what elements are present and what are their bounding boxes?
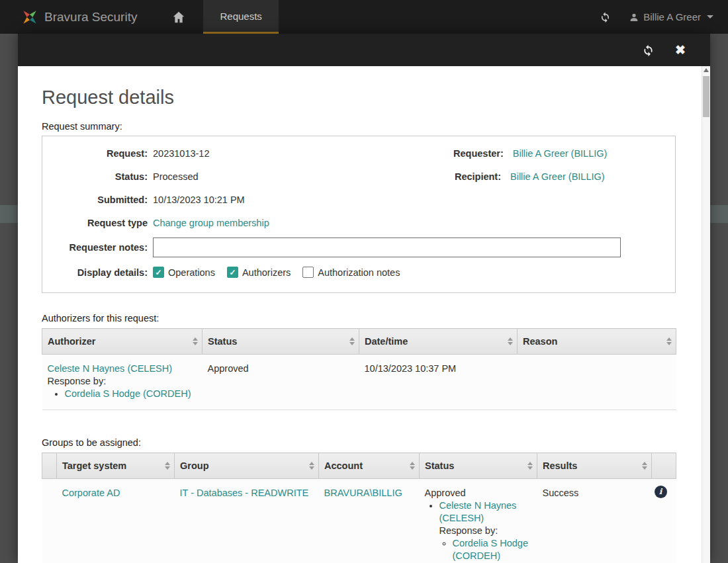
- group-row: Corporate AD IT - Databases - READWRITE …: [42, 479, 676, 563]
- col-header-label: Group: [180, 460, 209, 471]
- col-header-label: Reason: [523, 336, 557, 347]
- scrollbar-up-icon: [704, 68, 709, 72]
- recipient-label: Recipient:: [453, 171, 501, 182]
- col-header-results[interactable]: Results: [537, 453, 652, 479]
- target-system-link[interactable]: Corporate AD: [62, 488, 120, 498]
- home-icon: [171, 10, 186, 24]
- scrollbar-thumb[interactable]: [703, 76, 709, 117]
- brand: Bravura Security: [0, 0, 137, 34]
- sort-icon: [165, 462, 170, 470]
- response-by-label: Response by:: [48, 375, 197, 388]
- checkbox-checked-icon[interactable]: ✓: [227, 267, 238, 278]
- col-header-datetime[interactable]: Date/time: [359, 329, 518, 355]
- modal-scrollbar[interactable]: [702, 66, 710, 563]
- field-row-request: Request: 20231013-12 Requester: Billie A…: [42, 142, 666, 165]
- authorizers-header-row: Authorizer Status Date/time Reason: [42, 329, 676, 355]
- user-menu[interactable]: Billie A Greer: [629, 11, 713, 22]
- checkbox-label: Authorization notes: [318, 267, 400, 278]
- group-status-authorizer-link[interactable]: Celeste N Haynes (CELESH): [439, 500, 517, 523]
- checkbox-label: Authorizers: [242, 267, 291, 278]
- authorizer-link[interactable]: Celeste N Haynes (CELESH): [48, 363, 173, 374]
- checkbox-authorizers[interactable]: ✓Authorizers: [227, 267, 291, 278]
- col-header-status[interactable]: Status: [203, 329, 359, 355]
- user-name: Billie A Greer: [643, 11, 701, 22]
- col-header-target-system[interactable]: Target system: [57, 453, 175, 479]
- group-status-cell: Approved Celeste N Haynes (CELESH) Respo…: [420, 479, 537, 563]
- reason-cell: [518, 355, 676, 410]
- col-header-status[interactable]: Status: [420, 453, 537, 479]
- response-by-link[interactable]: Cordelia S Hodge (CORDEH): [65, 388, 191, 399]
- page-title: Request details: [42, 87, 676, 108]
- requester-link[interactable]: Billie A Greer (BILLIG): [513, 148, 608, 159]
- group-link[interactable]: IT - Databases - READWRITE: [180, 488, 309, 498]
- sort-icon: [193, 337, 198, 345]
- groups-table: Target system Group Account Status Resul…: [42, 453, 676, 563]
- group-response-by-link[interactable]: Cordelia S Hodge (CORDEH): [453, 538, 528, 561]
- sort-icon: [508, 337, 513, 345]
- col-header-account[interactable]: Account: [319, 453, 420, 479]
- response-by-label: Response by:: [439, 525, 532, 537]
- col-header-reason[interactable]: Reason: [518, 329, 676, 355]
- home-button[interactable]: [159, 0, 198, 34]
- submitted-label: Submitted:: [42, 195, 153, 205]
- list-item: Cordelia S Hodge (CORDEH): [65, 388, 197, 400]
- list-item: Celeste N Haynes (CELESH) Response by: C…: [439, 499, 532, 562]
- account-link[interactable]: BRAVURA\BILLIG: [324, 488, 402, 498]
- nav-refresh-button[interactable]: [599, 11, 612, 23]
- field-row-status: Status: Processed Recipient: Billie A Gr…: [42, 165, 666, 188]
- modal-header: ✖: [18, 34, 710, 66]
- groups-header-row: Target system Group Account Status Resul…: [42, 453, 676, 479]
- target-system-cell: Corporate AD: [57, 479, 175, 563]
- row-select-cell: [42, 479, 57, 563]
- groups-section-label: Groups to be assigned:: [42, 437, 676, 448]
- modal-refresh-button[interactable]: [641, 43, 655, 57]
- group-status-value: Approved: [425, 487, 532, 499]
- recipient-link[interactable]: Billie A Greer (BILLIG): [510, 171, 605, 182]
- sort-icon: [666, 337, 672, 345]
- col-header-label: Target system: [62, 460, 126, 471]
- row-info-cell: i: [652, 479, 676, 563]
- col-header-label: Account: [324, 460, 363, 471]
- col-header-authorizer[interactable]: Authorizer: [42, 329, 203, 355]
- request-value: 20231013-12: [153, 148, 209, 159]
- col-header-empty: [652, 453, 676, 479]
- request-summary-panel: Request: 20231013-12 Requester: Billie A…: [42, 136, 676, 293]
- field-row-display-details: Display details: ✓Operations✓Authorizers…: [42, 261, 666, 284]
- col-header-label: Authorizer: [48, 336, 96, 347]
- account-cell: BRAVURA\BILLIG: [319, 479, 420, 563]
- info-icon[interactable]: i: [655, 486, 667, 498]
- checkbox-authorization-notes[interactable]: Authorization notes: [302, 267, 400, 278]
- modal-close-button[interactable]: ✖: [675, 44, 686, 56]
- requester-notes-label: Requester notes:: [42, 242, 153, 253]
- tab-requests[interactable]: Requests: [203, 0, 278, 34]
- requester-notes-input[interactable]: [153, 238, 621, 257]
- list-item: Cordelia S Hodge (CORDEH): [453, 537, 532, 562]
- authorizer-cell: Celeste N Haynes (CELESH) Response by: C…: [42, 355, 203, 410]
- sort-icon: [349, 337, 355, 345]
- datetime-cell: 10/13/2023 10:37 PM: [359, 355, 518, 410]
- display-details-checkboxes: ✓Operations✓AuthorizersAuthorization not…: [153, 267, 400, 278]
- field-row-request-type: Request type Change group membership: [42, 211, 666, 234]
- request-label: Request:: [42, 148, 153, 159]
- chevron-down-icon: [707, 15, 713, 19]
- authorizers-table: Authorizer Status Date/time Reason Celes…: [42, 328, 676, 410]
- checkbox-operations[interactable]: ✓Operations: [153, 267, 215, 278]
- field-right-requester: Requester: Billie A Greer (BILLIG): [453, 148, 666, 159]
- request-type-link[interactable]: Change group membership: [153, 218, 269, 228]
- display-details-label: Display details:: [42, 267, 153, 278]
- request-details-modal: ✖ Request details Request summary: Reque…: [18, 34, 710, 563]
- checkbox-unchecked-icon[interactable]: [302, 267, 314, 278]
- scrollbar-up-button[interactable]: [702, 68, 710, 75]
- col-header-label: Date/time: [365, 336, 408, 347]
- submitted-value: 10/13/2023 10:21 PM: [153, 195, 245, 205]
- checkbox-checked-icon[interactable]: ✓: [153, 267, 164, 278]
- page-root: Bravura Security Requests Billie A Greer: [0, 0, 728, 563]
- status-label: Status:: [42, 171, 153, 182]
- col-header-group[interactable]: Group: [175, 453, 319, 479]
- sort-icon: [642, 462, 647, 470]
- col-header-label: Status: [208, 336, 237, 347]
- brand-name: Bravura Security: [44, 10, 137, 24]
- status-cell: Approved: [203, 355, 359, 410]
- sort-icon: [527, 462, 533, 470]
- request-type-label: Request type: [42, 218, 153, 228]
